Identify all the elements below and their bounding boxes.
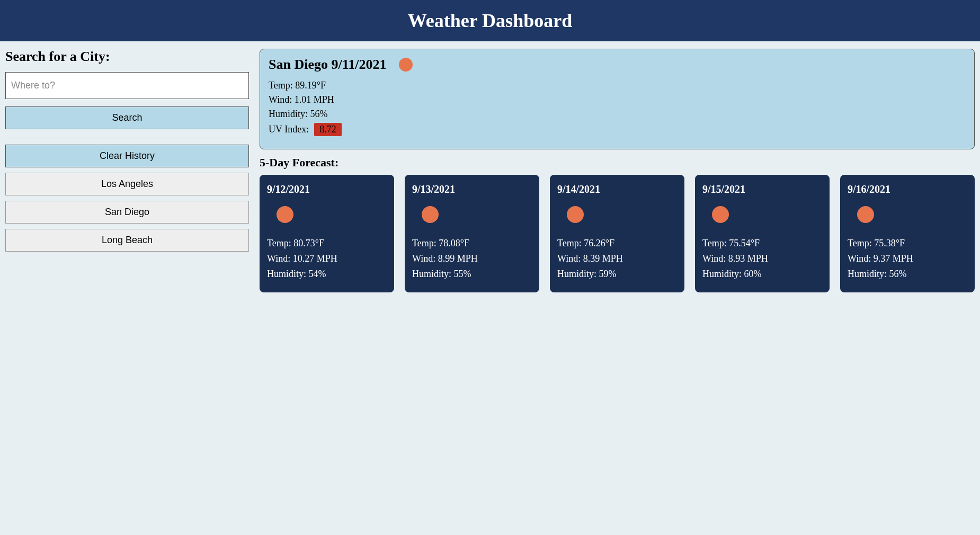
history-item[interactable]: San Diego (5, 201, 249, 224)
forecast-icon-wrap (712, 206, 822, 225)
forecast-date: 9/13/2021 (412, 183, 532, 195)
forecast-date: 9/16/2021 (848, 183, 967, 195)
forecast-date: 9/12/2021 (267, 183, 387, 195)
current-city-date: San Diego 9/11/2021 (269, 57, 386, 73)
forecast-date: 9/14/2021 (557, 183, 677, 195)
forecast-humidity: Humidity: 60% (702, 269, 822, 280)
humidity-label: Humidity: (269, 109, 310, 119)
forecast-humidity: Humidity: 54% (267, 269, 387, 280)
forecast-wind: Wind: 9.37 MPH (848, 253, 967, 264)
forecast-temp: Temp: 75.54°F (702, 238, 822, 249)
forecast-humidity: Humidity: 55% (412, 269, 532, 280)
search-title: Search for a City: (5, 49, 249, 65)
temp-value: 89.19°F (295, 80, 326, 91)
forecast-humidity: Humidity: 56% (848, 269, 967, 280)
current-stats: Temp: 89.19°F Wind: 1.01 MPH Humidity: 5… (269, 80, 966, 136)
forecast-icon-wrap (277, 206, 387, 225)
forecast-wind: Wind: 8.93 MPH (702, 253, 822, 264)
forecast-date: 9/15/2021 (702, 183, 822, 195)
divider (5, 138, 249, 138)
forecast-wind: Wind: 10.27 MPH (267, 253, 387, 264)
temp-label: Temp: (269, 80, 295, 91)
sidebar: Search for a City: Search Clear History … (5, 49, 249, 292)
clear-history-button[interactable]: Clear History (5, 145, 249, 167)
forecast-icon-wrap (857, 206, 967, 225)
forecast-card: 9/12/2021 Temp: 80.73°F Wind: 10.27 MPH … (260, 175, 394, 292)
sun-icon (277, 206, 293, 223)
app-header: Weather Dashboard (0, 0, 980, 41)
wind-label: Wind: (269, 94, 295, 105)
forecast-card: 9/14/2021 Temp: 76.26°F Wind: 8.39 MPH H… (550, 175, 684, 292)
forecast-temp: Temp: 80.73°F (267, 238, 387, 249)
forecast-temp: Temp: 75.38°F (848, 238, 967, 249)
forecast-humidity: Humidity: 59% (557, 269, 677, 280)
current-weather-card: San Diego 9/11/2021 Temp: 89.19°F Wind: … (260, 49, 975, 149)
forecast-icon-wrap (422, 206, 532, 225)
app-title: Weather Dashboard (0, 10, 980, 32)
wind-value: 1.01 MPH (295, 94, 334, 105)
city-search-input[interactable] (5, 72, 249, 99)
forecast-wind: Wind: 8.99 MPH (412, 253, 532, 264)
forecast-title: 5-Day Forecast: (260, 156, 975, 170)
current-humidity: Humidity: 56% (269, 109, 966, 120)
sun-icon (399, 58, 413, 72)
uv-badge: 8.72 (314, 123, 342, 136)
current-city: San Diego (269, 57, 328, 72)
current-date: 9/11/2021 (331, 57, 386, 72)
forecast-card: 9/13/2021 Temp: 78.08°F Wind: 8.99 MPH H… (405, 175, 539, 292)
current-temp: Temp: 89.19°F (269, 80, 966, 91)
history-item[interactable]: Long Beach (5, 229, 249, 252)
sun-icon (857, 206, 874, 223)
main-content: San Diego 9/11/2021 Temp: 89.19°F Wind: … (260, 49, 975, 292)
sun-icon (712, 206, 729, 223)
current-title-row: San Diego 9/11/2021 (269, 57, 966, 73)
main-container: Search for a City: Search Clear History … (0, 41, 980, 298)
current-wind: Wind: 1.01 MPH (269, 94, 966, 105)
current-uv: UV Index: 8.72 (269, 123, 966, 136)
forecast-temp: Temp: 76.26°F (557, 238, 677, 249)
forecast-card: 9/16/2021 Temp: 75.38°F Wind: 9.37 MPH H… (840, 175, 975, 292)
forecast-wind: Wind: 8.39 MPH (557, 253, 677, 264)
forecast-row: 9/12/2021 Temp: 80.73°F Wind: 10.27 MPH … (260, 175, 975, 292)
sun-icon (422, 206, 439, 223)
forecast-temp: Temp: 78.08°F (412, 238, 532, 249)
history-item[interactable]: Los Angeles (5, 173, 249, 195)
forecast-card: 9/15/2021 Temp: 75.54°F Wind: 8.93 MPH H… (695, 175, 830, 292)
uv-label: UV Index: (269, 124, 309, 135)
forecast-icon-wrap (567, 206, 677, 225)
search-button[interactable]: Search (5, 106, 249, 129)
sun-icon (567, 206, 584, 223)
humidity-value: 56% (310, 109, 328, 119)
